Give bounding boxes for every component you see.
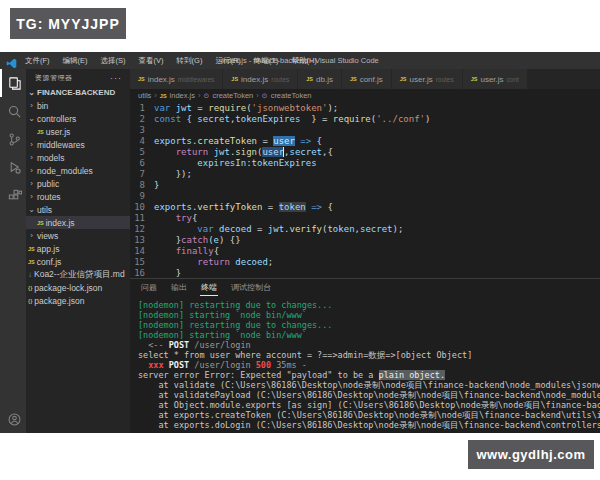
tab-label: db.js (316, 75, 333, 84)
tree-folder-routes[interactable]: ›routes (26, 190, 130, 203)
menu-item-7[interactable]: 帮助(H) (291, 56, 316, 66)
terminal-line: [nodemon] restarting due to changes... (138, 320, 600, 330)
breadcrumb: utils›JSindex.js›⊙createToken›⊙createTok… (130, 89, 600, 102)
more-actions-icon[interactable]: ··· (110, 73, 122, 83)
tree-file-package.json[interactable]: {}package.json (26, 294, 130, 307)
breadcrumb-separator-icon: › (198, 91, 201, 100)
tree-folder-utils[interactable]: ⌄utils (26, 203, 130, 216)
search-icon[interactable] (0, 97, 26, 125)
tree-folder-views[interactable]: ›views (26, 229, 130, 242)
explorer-icon[interactable] (0, 69, 26, 97)
line-number: 1 (130, 103, 154, 114)
breadcrumb-item[interactable]: utils (138, 91, 151, 100)
menu-item-6[interactable]: 终端(T) (254, 56, 279, 66)
js-file-icon: JS (350, 76, 357, 82)
code-line-text: exports.createToken = user => { (154, 136, 322, 147)
explorer-sidebar: 资源管理器 ··· ⌄ FINANCE-BACKEND ›bin⌄control… (26, 69, 130, 433)
terminal-line: [nodemon] starting `node bin/www` (138, 330, 600, 340)
tree-folder-middlewares[interactable]: ›middlewares (26, 138, 130, 151)
source-control-icon[interactable] (0, 125, 26, 153)
code-line: 12 var decoed = jwt.verify(token,secret)… (130, 224, 600, 235)
tree-folder-bin[interactable]: ›bin (26, 99, 130, 112)
editor-area: JSindex.jsmiddlewaresJSindex.jsroutesJSd… (130, 69, 600, 433)
line-number: 14 (130, 246, 154, 257)
js-file-icon: JS (231, 76, 238, 82)
line-number: 13 (130, 235, 154, 246)
tab-folder-hint: routes (271, 76, 289, 83)
json-file-icon: {} (28, 285, 32, 291)
breadcrumb-item[interactable]: createToken (212, 91, 253, 100)
tree-root-folder[interactable]: ⌄ FINANCE-BACKEND (26, 86, 130, 99)
code-line: 5 return jwt.sign(user,secret,{ (130, 147, 600, 158)
tree-folder-node_modules[interactable]: ›node_modules (26, 164, 130, 177)
terminal-line: xxx POST /user/login 500 35ms - (138, 360, 600, 370)
breadcrumb-item[interactable]: createToken (271, 91, 312, 100)
run-debug-icon[interactable] (0, 153, 26, 181)
breadcrumb-separator-icon: › (154, 91, 157, 100)
explorer-header: 资源管理器 ··· (26, 69, 130, 86)
tree-item-label: Koa2--企业信贷项目.md (34, 269, 125, 281)
editor-tab-conf-js-3[interactable]: JSconf.js (342, 69, 392, 89)
panel-tab-调试控制台[interactable]: 调试控制台 (230, 280, 272, 295)
line-number: 6 (130, 158, 154, 169)
tree-item-label: package-lock.json (34, 283, 102, 293)
watermark-top: TG: MYYJJPP (10, 8, 126, 39)
tree-file-user.js[interactable]: JSuser.js (26, 125, 130, 138)
panel-tab-输出[interactable]: 输出 (170, 280, 188, 295)
code-line-text: exports.vertifyToken = token => { (154, 202, 333, 213)
account-icon[interactable] (0, 405, 26, 433)
editor-tab-index-js-0[interactable]: JSindex.jsmiddlewares (130, 69, 223, 89)
tree-item-label: bin (37, 101, 48, 111)
code-line: 11 try{ (130, 213, 600, 224)
tree-file-conf.js[interactable]: JSconf.js (26, 255, 130, 268)
tree-item-label: node_modules (37, 166, 93, 176)
js-file-icon: JS (28, 246, 35, 252)
code-line: 1var jwt = require('jsonwebtoken'); (130, 103, 600, 114)
menu-item-3[interactable]: 查看(V) (139, 56, 164, 66)
editor-tab-index-js-1[interactable]: JSindex.jsroutes (223, 69, 298, 89)
line-number: 4 (130, 136, 154, 147)
line-number: 9 (130, 191, 154, 202)
extensions-icon[interactable] (0, 181, 26, 209)
tab-label: user.js (410, 75, 433, 84)
terminal-output[interactable]: [nodemon] restarting due to changes...[n… (130, 296, 600, 433)
terminal-line: [nodemon] starting `node bin/www` (138, 310, 600, 320)
js-file-icon: JS (400, 76, 407, 82)
code-line-text: var decoed = jwt.verify(token,secret); (154, 224, 403, 235)
tree-folder-models[interactable]: ›models (26, 151, 130, 164)
tree-file-package-lock.json[interactable]: {}package-lock.json (26, 281, 130, 294)
menu-item-1[interactable]: 编辑(E) (63, 56, 88, 66)
tree-file-app.js[interactable]: JSapp.js (26, 242, 130, 255)
editor-tab-db-js-2[interactable]: JSdb.js (298, 69, 342, 89)
panel-tab-终端[interactable]: 终端 (200, 280, 218, 296)
code-line: 3 (130, 125, 600, 136)
tree-file-Koa2--企业信贷项目.md[interactable]: ↓Koa2--企业信贷项目.md (26, 268, 130, 281)
chevron-right-icon: › (28, 166, 35, 175)
code-line-text: return jwt.sign(user,secret,{ (154, 147, 333, 158)
breadcrumb-separator-icon: › (256, 91, 259, 100)
js-file-icon: JS (28, 259, 35, 265)
menu-item-4[interactable]: 转到(G) (177, 56, 203, 66)
tree-item-label: package.json (34, 296, 84, 306)
code-line: 15 return decoed; (130, 257, 600, 268)
tree-folder-public[interactable]: ›public (26, 177, 130, 190)
menu-item-2[interactable]: 选择(S) (101, 56, 126, 66)
code-line: 10exports.vertifyToken = token => { (130, 202, 600, 213)
tree-file-index.js[interactable]: JSindex.js (26, 216, 130, 229)
panel-tab-问题[interactable]: 问题 (140, 280, 158, 295)
breadcrumb-item[interactable]: index.js (170, 91, 195, 100)
tree-folder-controllers[interactable]: ⌄controllers (26, 112, 130, 125)
menu-item-0[interactable]: 文件(F) (25, 56, 50, 66)
code-line: 9 (130, 191, 600, 202)
bottom-panel: 问题输出终端调试控制台 [nodemon] restarting due to … (130, 278, 600, 433)
terminal-line: at exports.createToken (C:\Users\86186\D… (138, 410, 600, 420)
editor-tab-user-js-5[interactable]: JSuser.jscont (463, 69, 528, 89)
chevron-right-icon: › (28, 101, 35, 110)
workbench: 资源管理器 ··· ⌄ FINANCE-BACKEND ›bin⌄control… (0, 69, 600, 433)
code-editor[interactable]: 1var jwt = require('jsonwebtoken');2cons… (130, 102, 600, 278)
tree-item-label: index.js (46, 218, 75, 228)
editor-tab-user-js-4[interactable]: JSuser.jsroutes (392, 69, 463, 89)
js-file-icon: JS (471, 76, 478, 82)
editor-tab-bar: JSindex.jsmiddlewaresJSindex.jsroutesJSd… (130, 69, 600, 89)
menu-item-5[interactable]: 运行(R) (215, 56, 240, 66)
